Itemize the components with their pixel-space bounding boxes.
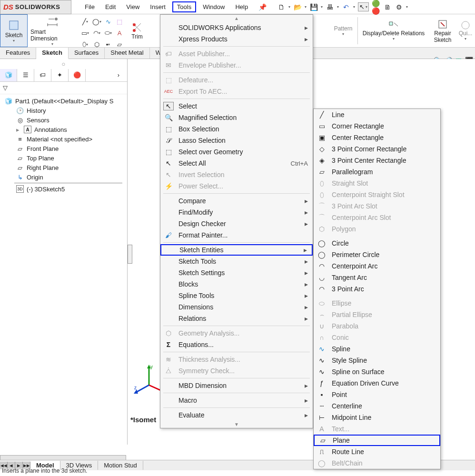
print-icon[interactable]: 🖶 xyxy=(326,3,334,11)
menu-file[interactable]: File xyxy=(81,1,99,12)
entity-parallelogram[interactable]: ▱Parallelogram xyxy=(314,166,440,178)
menu-help[interactable]: Help xyxy=(231,1,252,12)
sketch-button[interactable]: Sketch ▾ xyxy=(0,14,28,47)
menu-sketch-tools[interactable]: Sketch Tools▸ xyxy=(160,256,313,267)
menu-sketch-entities[interactable]: Sketch Entities▸ xyxy=(160,244,313,256)
panel-grip[interactable]: ○ xyxy=(0,59,127,69)
tab-sketch[interactable]: Sketch xyxy=(36,48,69,59)
file-props-icon[interactable]: 🗎 xyxy=(383,3,392,11)
entity-equation-driven-curve[interactable]: ƒEquation Driven Curve xyxy=(314,377,440,389)
tab-surfaces[interactable]: Surfaces xyxy=(69,48,105,59)
tree-right-plane[interactable]: ▱Right Plane xyxy=(0,163,127,172)
selection-box-icon[interactable]: ⬚ xyxy=(115,17,124,26)
menu-blocks[interactable]: Blocks▸ xyxy=(160,278,313,290)
text-icon[interactable]: A xyxy=(115,29,124,37)
tree-history[interactable]: 🕑History xyxy=(0,106,127,115)
options-icon[interactable]: ⚙ xyxy=(395,3,403,11)
menu-design-checker[interactable]: Design Checker▸ xyxy=(160,218,313,229)
menu-window[interactable]: Window xyxy=(199,1,228,12)
tree-3dsketch[interactable]: 3D(-) 3DSketch5 xyxy=(0,184,127,194)
select-cursor-button[interactable]: ↖▾ xyxy=(358,2,369,11)
tree-top-plane[interactable]: ▱Top Plane xyxy=(0,153,127,163)
menu-relations[interactable]: Relations▸ xyxy=(160,313,313,324)
ellipse-icon[interactable]: ⬭▾ xyxy=(104,29,112,37)
tree-sensors[interactable]: ◎Sensors xyxy=(0,115,127,125)
configuration-manager-tab-icon[interactable]: 🏷 xyxy=(34,69,51,81)
circle-icon[interactable]: ◯▾ xyxy=(92,17,101,26)
panel-expand-icon[interactable]: › xyxy=(110,69,127,81)
menu-dimensions[interactable]: Dimensions▸ xyxy=(160,301,313,313)
menu-tools[interactable]: Tools xyxy=(172,1,196,12)
bottom-tab-motion[interactable]: Motion Stud xyxy=(98,461,143,470)
smart-dimension-button[interactable]: Smart Dimension ▾ xyxy=(28,14,77,47)
trim-button[interactable]: Trim xyxy=(128,14,147,47)
menu-insert[interactable]: Insert xyxy=(146,1,169,12)
entity-tangent-arc[interactable]: ◡Tangent Arc xyxy=(314,272,440,283)
entity-centerline[interactable]: ┄Centerline xyxy=(314,400,440,412)
arc-icon[interactable]: ◠▾ xyxy=(92,29,101,37)
menu-spline-tools[interactable]: Spline Tools▸ xyxy=(160,290,313,301)
tree-front-plane[interactable]: ▱Front Plane xyxy=(0,144,127,153)
menu-compare[interactable]: Compare▸ xyxy=(160,195,313,207)
menu-macro[interactable]: Macro▸ xyxy=(160,395,313,406)
flyout-tab[interactable] xyxy=(128,245,132,264)
line-icon[interactable]: ╱▾ xyxy=(81,17,89,26)
dimxpert-tab-icon[interactable]: ✦ xyxy=(51,69,69,81)
menu-view[interactable]: View xyxy=(122,1,143,12)
menu-box-selection[interactable]: ⬚Box Selection xyxy=(160,123,313,135)
tree-annotations[interactable]: ▸AAnnotations xyxy=(0,125,127,134)
menu-select[interactable]: ↖Select xyxy=(160,100,313,112)
quick-button[interactable]: Qui... ▾ xyxy=(456,14,475,47)
filter-row[interactable]: ▽ xyxy=(0,82,127,94)
entity-spline[interactable]: ∿Spline xyxy=(314,343,440,355)
entity-corner-rectangle[interactable]: ▭Corner Rectangle xyxy=(314,120,440,132)
menu-select-over-geometry[interactable]: ⬚Select over Geometry xyxy=(160,146,313,158)
property-manager-tab-icon[interactable]: ☰ xyxy=(17,69,34,81)
entity-point[interactable]: ▪Point xyxy=(314,389,440,400)
undo-icon[interactable]: ↶ xyxy=(342,3,350,11)
menu-lasso-selection[interactable]: 𝒮Lasso Selection xyxy=(160,135,313,146)
entity-perimeter-circle[interactable]: ◯Perimeter Circle xyxy=(314,249,440,260)
tab-features[interactable]: Features xyxy=(0,48,36,59)
open-icon[interactable]: 📂 xyxy=(293,3,302,11)
entity-center-rectangle[interactable]: ▣Center Rectangle xyxy=(314,132,440,143)
tree-origin[interactable]: ↳Origin xyxy=(0,172,127,182)
new-icon[interactable]: 🗋 xyxy=(277,3,286,11)
menu-evaluate[interactable]: Evaluate▸ xyxy=(160,409,313,421)
menu-find-modify[interactable]: Find/Modify▸ xyxy=(160,207,313,218)
tree-root[interactable]: 🧊Part1 (Default<<Default>_Display S xyxy=(0,96,127,106)
display-manager-tab-icon[interactable]: 🔴 xyxy=(69,69,86,81)
menu-solidworks-applications[interactable]: SOLIDWORKS Applications▸ xyxy=(160,22,313,33)
entity-midpoint-line[interactable]: ⊢Midpoint Line xyxy=(314,412,440,423)
entity-plane[interactable]: ▱Plane xyxy=(314,435,440,446)
entity-spline-on-surface[interactable]: ∿Spline on Surface xyxy=(314,366,440,377)
entity-circle[interactable]: ◯Circle xyxy=(314,238,440,249)
menu-equations[interactable]: ΣEquations... xyxy=(160,339,313,350)
rect-icon[interactable]: ▭▾ xyxy=(81,29,89,37)
menu-select-all[interactable]: ↖Select AllCtrl+A xyxy=(160,158,313,169)
repair-sketch-button[interactable]: Repair Sketch xyxy=(429,14,456,47)
entity-route-line[interactable]: ⎍Route Line xyxy=(314,446,440,457)
menu-scroll-down-icon[interactable]: ▼ xyxy=(160,421,313,428)
tree-material[interactable]: ≡Material <not specified> xyxy=(0,134,127,144)
save-icon[interactable]: 💾 xyxy=(309,3,318,11)
feature-manager-tab-icon[interactable]: 🧊 xyxy=(0,69,17,81)
menu-xpress-products[interactable]: Xpress Products▸ xyxy=(160,33,313,45)
entity-3pt-arc[interactable]: ◠3 Point Arc xyxy=(314,283,440,295)
menu-sketch-settings[interactable]: Sketch Settings▸ xyxy=(160,267,313,278)
pattern-button[interactable]: Pattern ▾ xyxy=(329,14,357,47)
spline-icon[interactable]: ∿ xyxy=(104,17,112,26)
display-delete-relations-button[interactable]: Display/Delete Relations ▾ xyxy=(358,14,429,47)
entity-3pt-center-rectangle[interactable]: ◈3 Point Center Rectangle xyxy=(314,155,440,166)
menu-mbd-dimension[interactable]: MBD Dimension▸ xyxy=(160,380,313,391)
entity-style-spline[interactable]: ∿Style Spline xyxy=(314,355,440,366)
pin-icon[interactable]: 📌 xyxy=(255,1,270,13)
menu-edit[interactable]: Edit xyxy=(101,1,119,12)
menu-scroll-up-icon[interactable]: ▲ xyxy=(160,15,313,22)
tab-sheet-metal[interactable]: Sheet Metal xyxy=(105,48,149,59)
expand-icon[interactable]: ▸ xyxy=(16,126,21,133)
entity-3pt-corner-rectangle[interactable]: ◇3 Point Corner Rectangle xyxy=(314,143,440,155)
menu-format-painter[interactable]: 🖌Format Painter... xyxy=(160,229,313,241)
rebuild-icon[interactable]: 🟢🔴 xyxy=(372,3,380,11)
entity-line[interactable]: ╱Line xyxy=(314,109,440,120)
